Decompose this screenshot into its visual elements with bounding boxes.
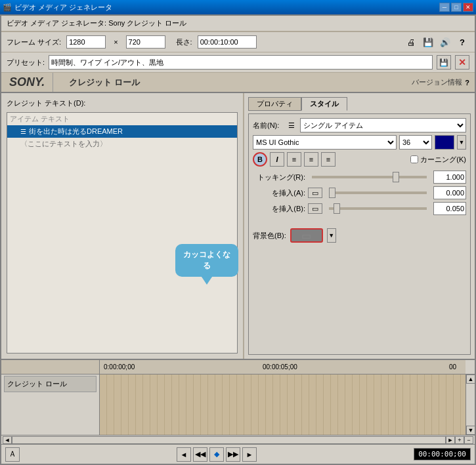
timeline-footer: Ａ ◄ ◀◀ ◆ ▶▶ ► 00:00:00;00 — [1, 444, 475, 464]
content-area: SONY. クレジット ロール バージョン情報 ? クレジット テキスト(D):… — [1, 73, 475, 359]
save-icon[interactable]: 💾 — [421, 35, 435, 49]
insert-b-slider-track[interactable] — [329, 207, 427, 210]
frame-width-input[interactable] — [66, 35, 106, 49]
timeline-scroll-top[interactable] — [465, 360, 475, 374]
align-left-button[interactable]: ≡ — [287, 152, 301, 167]
tracking-slider-track[interactable] — [312, 176, 427, 178]
bg-color-container: ▭ — [290, 228, 323, 243]
tracking-slider-thumb[interactable] — [393, 172, 399, 182]
toolbar-icons: 🖨 💾 🔊 ? — [404, 35, 469, 49]
timeline-area: 0:00:00;00 00:00:05;00 00 クレジット ロール ▲ ▼ … — [1, 359, 475, 464]
scroll-down-button[interactable]: ▼ — [466, 426, 475, 435]
callout-kakkoyokuna-arrow — [202, 277, 212, 285]
scroll-left-button[interactable]: ◄ — [3, 436, 12, 444]
list-item-selected[interactable]: ☰ 街を出た時は光るDREAMER — [7, 125, 237, 138]
name-row: 名前(N): ☰ シングル アイテム — [253, 118, 466, 132]
italic-button[interactable]: I — [270, 152, 284, 167]
list-item-header-text: アイテム テキスト — [10, 115, 70, 123]
tab-properties[interactable]: プロパティ — [248, 97, 301, 111]
font-row: MS UI Gothic 36 ▼ — [253, 135, 466, 150]
align-center-button[interactable]: ≡ — [304, 152, 318, 167]
help-button[interactable]: ? — [465, 79, 469, 87]
text-tool-button[interactable]: Ａ — [5, 447, 20, 462]
minimize-button[interactable]: ─ — [439, 3, 450, 12]
tab-style[interactable]: スタイル — [301, 97, 347, 111]
kerning-checkbox[interactable] — [410, 155, 418, 163]
insert-a-label: を挿入(A): — [253, 188, 305, 198]
align-right-button[interactable]: ≡ — [321, 152, 335, 167]
list-item-normal[interactable]: 〈ここにテキストを入力〉 — [7, 138, 237, 150]
help-icon[interactable]: ? — [455, 35, 469, 49]
print-icon[interactable]: 🖨 — [404, 35, 418, 49]
zoom-out-button[interactable]: − — [464, 436, 473, 444]
title-bar-title: 🎬 ビデオ メディア ジェネレータ — [3, 3, 112, 12]
name-select[interactable]: シングル アイテム — [300, 118, 466, 132]
bg-color-row: 背景色(B): ▭ ▼ — [253, 228, 466, 243]
color-dropdown-icon[interactable]: ▼ — [457, 135, 466, 150]
insert-a-value[interactable]: 0.000 — [433, 186, 466, 199]
insert-b-slider-thumb[interactable] — [334, 203, 340, 214]
italic-icon: I — [276, 155, 278, 163]
forward-button[interactable]: ▶▶ — [226, 447, 240, 462]
length-label: 長さ: — [176, 37, 192, 47]
style-panel-content: 名前(N): ☰ シングル アイテム MS UI Gothic 36 — [248, 113, 471, 355]
font-color-button[interactable] — [435, 135, 454, 150]
timeline-right-scrollbar[interactable]: ▲ ▼ — [465, 374, 475, 435]
tracking-label: トッキング(R): — [253, 172, 305, 182]
timeline-transport-controls: ◄ ◀◀ ◆ ▶▶ ► — [177, 447, 257, 462]
insert-b-button[interactable]: ▭ — [308, 203, 322, 214]
bold-icon: B — [257, 155, 263, 163]
bg-color-button[interactable]: ▭ — [290, 228, 323, 243]
play-button[interactable]: ◆ — [209, 447, 224, 462]
bg-color-dropdown-icon[interactable]: ▼ — [327, 228, 336, 243]
timeline-horizontal-scrollbar[interactable]: ◄ ► + − — [1, 435, 475, 444]
font-select[interactable]: MS UI Gothic — [253, 135, 397, 150]
list-item-header[interactable]: アイテム テキスト — [7, 113, 237, 125]
font-size-select[interactable]: 36 — [399, 135, 432, 150]
callout-kakkoyokuna: カッコよくなる — [175, 244, 238, 277]
preset-input[interactable] — [49, 55, 433, 70]
main-split: クレジット テキスト(D): アイテム テキスト ☰ 街を出た時は光るDREAM… — [1, 93, 475, 359]
close-button[interactable]: ✕ — [463, 3, 473, 12]
maximize-button[interactable]: □ — [451, 3, 462, 12]
zoom-in-button[interactable]: + — [455, 436, 464, 444]
callout-kakkoyokuna-text: カッコよくなる — [183, 250, 230, 270]
list-item-selected-text: 街を出た時は光るDREAMER — [29, 127, 123, 136]
audio-icon[interactable]: 🔊 — [438, 35, 452, 49]
kerning-label: カーニング(K) — [410, 155, 466, 165]
preset-save-icon[interactable]: 💾 — [437, 55, 451, 70]
next-frame-button[interactable]: ► — [242, 447, 257, 462]
credits-tab-header[interactable]: クレジット ロール — [58, 74, 150, 91]
timeline-header: 0:00:00;00 00:00:05;00 00 — [1, 360, 475, 374]
bold-button[interactable]: B — [253, 152, 267, 167]
kerning-text: カーニング(K) — [420, 155, 466, 165]
sony-logo: SONY. — [7, 73, 53, 92]
timeline-header-spacer — [1, 360, 100, 374]
frame-height-input[interactable] — [126, 35, 165, 49]
timeline-track-area[interactable] — [100, 374, 465, 435]
title-bar: 🎬 ビデオ メディア ジェネレータ ─ □ ✕ — [0, 0, 476, 14]
scroll-up-button[interactable]: ▲ — [466, 374, 475, 384]
style-tab-row: プロパティ スタイル — [248, 97, 471, 111]
timecode-display: 00:00:00;00 — [414, 448, 471, 460]
insert-b-value[interactable]: 0.050 — [433, 202, 466, 215]
header-row: SONY. クレジット ロール バージョン情報 ? — [1, 73, 475, 93]
prev-frame-button[interactable]: ◄ — [177, 447, 191, 462]
insert-a-row: を挿入(A): ▭ 0.000 — [253, 186, 466, 199]
length-input[interactable] — [198, 35, 257, 49]
credits-roll-label[interactable]: クレジット ロール — [4, 376, 97, 392]
frame-label: フレーム サイズ: — [7, 37, 61, 47]
insert-a-slider-thumb[interactable] — [329, 188, 335, 198]
preset-delete-icon[interactable]: ✕ — [455, 55, 469, 70]
version-info[interactable]: バージョン情報 — [412, 77, 462, 87]
scroll-bar-track[interactable] — [12, 436, 446, 444]
timeline-body: クレジット ロール ▲ ▼ — [1, 374, 475, 435]
insert-a-button[interactable]: ▭ — [308, 188, 322, 198]
tracking-value[interactable]: 1.000 — [433, 171, 466, 184]
insert-b-row: を挿入(B): ▭ 0.050 — [253, 202, 466, 215]
credits-list[interactable]: アイテム テキスト ☰ 街を出た時は光るDREAMER 〈ここにテキストを入力〉 — [7, 112, 238, 354]
scroll-right-button[interactable]: ► — [446, 436, 455, 444]
insert-a-slider-track[interactable] — [329, 192, 427, 194]
timeline-label-column: クレジット ロール — [1, 374, 100, 435]
rewind-button[interactable]: ◀◀ — [193, 447, 207, 462]
